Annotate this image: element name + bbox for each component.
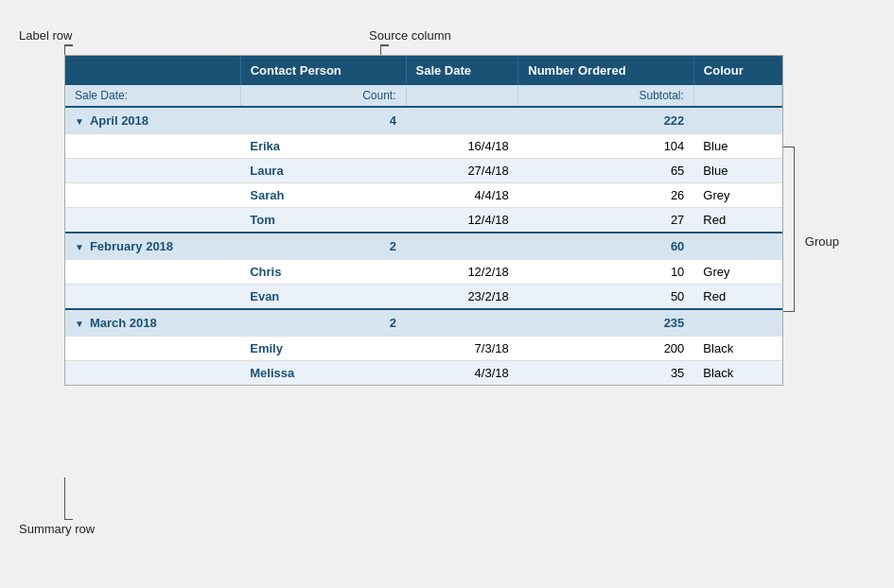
row-date: 12/4/18 xyxy=(406,208,518,233)
row-num: 26 xyxy=(518,183,694,208)
label-subtotal: Subtotal: xyxy=(518,85,694,107)
row-empty xyxy=(65,159,240,183)
group-colour-empty xyxy=(693,309,781,337)
main-table-container: Contact Person Sale Date Number Ordered … xyxy=(64,55,783,386)
col-header-saledate-label xyxy=(65,56,240,85)
annotation-source-column: Source column xyxy=(369,28,451,43)
row-date: 4/3/18 xyxy=(406,361,518,386)
row-colour: Black xyxy=(693,361,781,386)
label-colour xyxy=(693,85,781,107)
table-row: Evan 23/2/18 50 Red xyxy=(65,285,782,310)
group-header-1: ▼February 2018 2 60 xyxy=(65,233,782,260)
annotation-label-row: Label row xyxy=(19,28,72,43)
col-header-numord: Number Ordered xyxy=(518,56,694,85)
group-colour-empty xyxy=(693,107,781,134)
row-empty xyxy=(65,208,240,233)
row-colour: Blue xyxy=(693,159,781,183)
label-saledate: Sale Date: xyxy=(65,85,240,107)
row-num: 65 xyxy=(518,159,694,183)
table-row: Tom 12/4/18 27 Red xyxy=(65,208,782,233)
group-header-2: ▼March 2018 2 235 xyxy=(65,309,782,337)
collapse-triangle[interactable]: ▼ xyxy=(75,319,84,329)
group-subtotal: 235 xyxy=(518,309,694,337)
row-empty xyxy=(65,285,240,310)
group-subtotal: 60 xyxy=(518,233,694,260)
annotation-group: Group xyxy=(805,234,839,249)
label-count: Count: xyxy=(240,85,406,107)
col-header-contact: Contact Person xyxy=(240,56,406,85)
row-colour: Grey xyxy=(693,183,781,208)
table-row: Sarah 4/4/18 26 Grey xyxy=(65,183,782,208)
group-count: 2 xyxy=(240,309,406,337)
group-saledate-empty xyxy=(406,107,518,134)
label-row: Sale Date: Count: Subtotal: xyxy=(65,85,782,107)
row-empty xyxy=(65,361,240,386)
row-empty xyxy=(65,183,240,208)
row-person: Sarah xyxy=(240,183,406,208)
row-date: 27/4/18 xyxy=(406,159,518,183)
row-person: Evan xyxy=(240,285,406,310)
col-header-saledate: Sale Date xyxy=(406,56,518,85)
row-colour: Black xyxy=(693,337,781,361)
table-row: Erika 16/4/18 104 Blue xyxy=(65,134,782,159)
row-colour: Blue xyxy=(693,134,781,159)
row-empty xyxy=(65,134,240,159)
row-person: Tom xyxy=(240,208,406,233)
row-empty xyxy=(65,337,240,361)
row-num: 10 xyxy=(518,260,694,285)
row-colour: Red xyxy=(693,285,781,310)
row-date: 12/2/18 xyxy=(406,260,518,285)
row-num: 50 xyxy=(518,285,694,310)
group-name: ▼February 2018 xyxy=(65,233,240,260)
row-date: 16/4/18 xyxy=(406,134,518,159)
row-num: 200 xyxy=(518,337,694,361)
bracket-group xyxy=(783,147,795,312)
row-num: 35 xyxy=(518,361,694,386)
row-colour: Grey xyxy=(693,260,781,285)
row-person: Melissa xyxy=(240,361,406,386)
label-saledate2 xyxy=(406,85,518,107)
collapse-triangle[interactable]: ▼ xyxy=(75,116,84,127)
table-row: Emily 7/3/18 200 Black xyxy=(65,337,782,361)
table-row: Laura 27/4/18 65 Blue xyxy=(65,159,782,183)
row-date: 23/2/18 xyxy=(406,285,518,310)
row-person: Chris xyxy=(240,260,406,285)
group-name: ▼April 2018 xyxy=(65,107,240,134)
bracket-summary-row xyxy=(64,477,65,520)
group-colour-empty xyxy=(693,233,781,260)
col-header-colour: Colour xyxy=(693,56,781,85)
row-num: 104 xyxy=(518,134,694,159)
group-count: 4 xyxy=(240,107,406,134)
table-row: Melissa 4/3/18 35 Black xyxy=(65,361,782,386)
group-saledate-empty xyxy=(406,233,518,260)
group-count: 2 xyxy=(240,233,406,260)
row-colour: Red xyxy=(693,208,781,233)
data-table: Contact Person Sale Date Number Ordered … xyxy=(65,56,782,385)
group-saledate-empty xyxy=(406,309,518,337)
row-empty xyxy=(65,260,240,285)
annotation-summary-row: Summary row xyxy=(19,522,95,536)
row-date: 7/3/18 xyxy=(406,337,518,361)
row-num: 27 xyxy=(518,208,694,233)
row-person: Erika xyxy=(240,134,406,159)
page-wrapper: Label row Source column Group Summary ro… xyxy=(0,0,894,588)
group-subtotal: 222 xyxy=(518,107,694,134)
table-header-row: Contact Person Sale Date Number Ordered … xyxy=(65,56,782,85)
row-person: Emily xyxy=(240,337,406,361)
collapse-triangle[interactable]: ▼ xyxy=(75,242,84,252)
group-name: ▼March 2018 xyxy=(65,309,240,337)
row-date: 4/4/18 xyxy=(406,183,518,208)
row-person: Laura xyxy=(240,159,406,183)
group-header-0: ▼April 2018 4 222 xyxy=(65,107,782,134)
table-row: Chris 12/2/18 10 Grey xyxy=(65,260,782,285)
